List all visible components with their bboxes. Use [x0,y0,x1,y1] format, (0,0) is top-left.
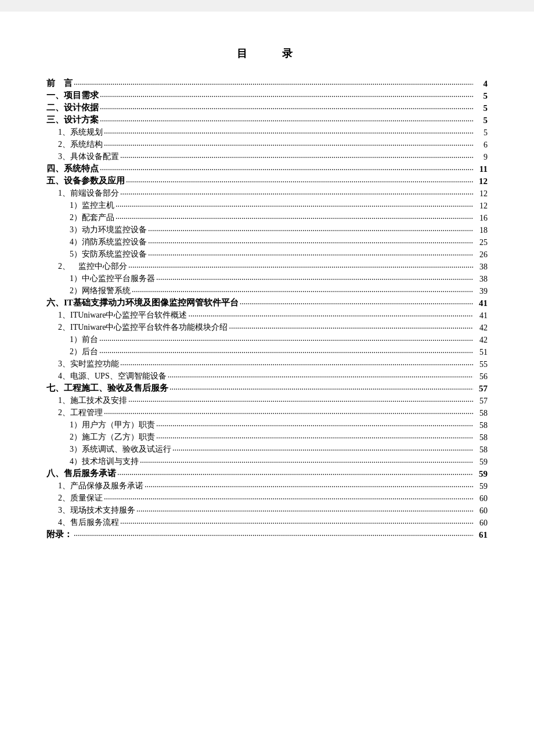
toc-page-9: 12 [473,189,488,199]
toc-dots-1: ........................................… [99,90,473,100]
toc-entry-13: 4）消防系统监控设备..............................… [46,236,488,247]
toc-page-22: 51 [473,348,488,357]
toc-entry-2: 二、设计依据..................................… [46,102,488,113]
toc-dots-5: ........................................… [103,139,473,149]
toc-dots-24: ........................................… [167,370,473,380]
toc-label-9: 1、前端设备部分 [46,188,119,199]
toc-label-8: 五、设备参数及应用 [46,175,125,186]
toc-entry-4: 1、系统规划..................................… [46,127,488,138]
toc-title: 目 录 [46,46,488,60]
toc-entry-31: 4）技术培训与支持...............................… [46,456,488,467]
toc-dots-28: ........................................… [155,419,473,429]
toc-entry-8: 五、设备参数及应用...............................… [46,175,488,186]
toc-dots-13: ........................................… [147,236,473,246]
toc-dots-12: ........................................… [147,224,473,234]
toc-page-30: 58 [473,445,488,455]
toc-entry-15: 2、 监控中心部分...............................… [46,261,488,272]
toc-dots-0: ........................................… [73,78,473,88]
toc-page-2: 5 [473,103,488,113]
toc-entry-36: 4、售后服务流程................................… [46,517,488,528]
toc-page-34: 60 [473,494,488,503]
toc-page-20: 42 [473,323,488,333]
toc-entry-18: 六、IT基础支撑动力环境及图像监控网管软件平台.................… [46,297,488,308]
toc-label-7: 四、系统特点 [46,163,99,174]
toc-entry-14: 5）安防系统监控设备..............................… [46,249,488,260]
toc-label-35: 3、现场技术支持服务 [46,505,135,516]
toc-page-0: 4 [473,79,488,89]
toc-label-6: 3、具体设备配置 [46,152,119,162]
toc-label-15: 2、 监控中心部分 [46,261,127,272]
toc-entry-24: 4、电源、UPS、空调智能设备.........................… [46,370,488,381]
toc-label-30: 3）系统调试、验收及试运行 [46,444,171,455]
toc-entry-28: 1）用户方（甲方）职责.............................… [46,419,488,430]
toc-page-35: 60 [473,506,488,516]
toc-entry-3: 三、设计方案..................................… [46,114,488,125]
toc-dots-17: ........................................… [131,285,473,295]
toc-page-8: 12 [473,177,488,186]
toc-page-11: 16 [473,214,488,223]
toc-entry-32: 八、售后服务承诺................................… [46,468,488,479]
toc-entry-17: 2）网络报警系统................................… [46,285,488,296]
toc-label-21: 1）前台 [46,334,98,345]
toc-entry-5: 2、系统结构..................................… [46,139,488,150]
toc-entry-33: 1、产品保修及服务承诺.............................… [46,480,488,491]
toc-dots-25: ........................................… [168,383,473,393]
toc-entry-23: 3、实时监控功能................................… [46,358,488,369]
toc-dots-18: ........................................… [239,297,473,307]
toc-entry-7: 四、系统特点..................................… [46,163,488,174]
toc-page-14: 26 [473,250,488,260]
toc-page-4: 5 [473,128,488,138]
toc-label-3: 三、设计方案 [46,114,99,125]
toc-entry-11: 2）配套产品..................................… [46,212,488,223]
toc-page-1: 5 [473,91,488,101]
toc-label-29: 2）施工方（乙方）职责 [46,432,155,442]
toc-dots-35: ........................................… [135,505,473,514]
toc-dots-21: ........................................… [98,334,473,344]
toc-label-18: 六、IT基础支撑动力环境及图像监控网管软件平台 [46,297,239,308]
toc-label-36: 4、售后服务流程 [46,517,119,528]
toc-dots-36: ........................................… [119,517,473,527]
toc-label-22: 2）后台 [46,347,98,357]
toc-label-26: 1、施工技术及安排 [46,395,127,406]
toc-dots-37: ........................................… [73,529,473,539]
toc-entry-1: 一、项目需求..................................… [46,90,488,101]
toc-label-24: 4、电源、UPS、空调智能设备 [46,371,167,381]
toc-label-16: 1）中心监控平台服务器 [46,273,155,284]
toc-entry-6: 3、具体设备配置................................… [46,151,488,162]
toc-label-27: 2、工程管理 [46,408,103,418]
toc-entry-0: 前 言.....................................… [46,78,488,89]
toc-dots-27: ........................................… [103,407,473,417]
toc-dots-23: ........................................… [119,358,473,368]
toc-dots-14: ........................................… [147,249,473,258]
toc-page-23: 55 [473,360,488,369]
toc-dots-31: ........................................… [139,456,473,466]
document-page: 目 录 前 言.................................… [0,12,534,756]
toc-dots-32: ........................................… [116,468,473,478]
toc-entry-10: 1）监控主机..................................… [46,200,488,211]
toc-page-16: 38 [473,275,488,284]
toc-entry-19: 1、ITUniware中心监控平台软件概述...................… [46,309,488,321]
toc-entry-12: 3）动力环境监控设备..............................… [46,224,488,235]
toc-entry-25: 七、工程施工、验收及售后服务..........................… [46,383,488,394]
toc-label-31: 4）技术培训与支持 [46,456,139,467]
toc-page-13: 25 [473,238,488,247]
toc-label-37: 附录： [46,529,73,540]
toc-entry-9: 1、前端设备部分................................… [46,188,488,199]
toc-entry-34: 2、质量保证..................................… [46,492,488,503]
toc-entry-16: 1）中心监控平台服务器.............................… [46,273,488,284]
toc-dots-4: ........................................… [103,127,473,136]
toc-page-24: 56 [473,372,488,381]
toc-dots-8: ........................................… [125,175,473,185]
toc-dots-15: ........................................… [127,261,473,271]
toc-label-34: 2、质量保证 [46,493,103,503]
toc-label-19: 1、ITUniware中心监控平台软件概述 [46,310,187,321]
toc-page-19: 41 [473,311,488,321]
toc-dots-26: ........................................… [127,395,473,405]
toc-dots-6: ........................................… [119,151,473,161]
toc-label-10: 1）监控主机 [46,200,114,211]
toc-page-29: 58 [473,433,488,442]
toc-page-33: 59 [473,482,488,491]
toc-dots-10: ........................................… [114,200,473,210]
toc-page-32: 59 [473,469,488,479]
toc-dots-34: ........................................… [103,492,473,502]
